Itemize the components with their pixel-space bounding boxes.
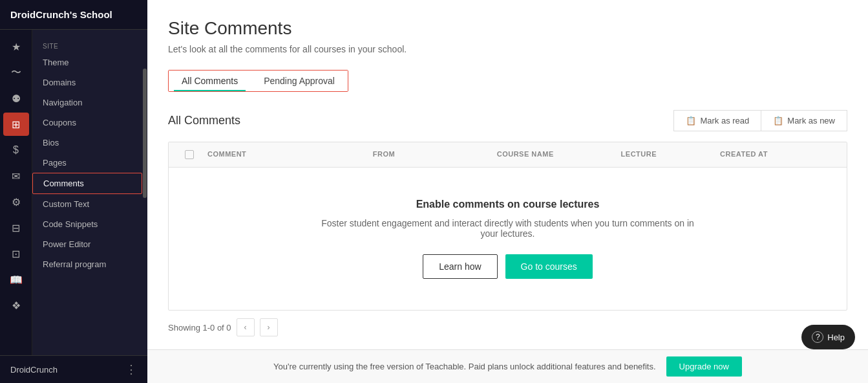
widget-icon[interactable]: ❖ (3, 294, 29, 317)
tab-all-comments[interactable]: All Comments (169, 71, 251, 91)
sidebar-item-theme[interactable]: Theme (32, 52, 142, 72)
empty-state-title: Enable comments on course lectures (416, 199, 600, 210)
sidebar-item-coupons[interactable]: Coupons (32, 113, 142, 133)
select-all-checkbox[interactable] (185, 150, 194, 159)
col-created-at: CREATED AT (715, 142, 839, 167)
star-icon[interactable]: ★ (3, 35, 29, 58)
sidebar-footer-label: DroidCrunch (10, 365, 58, 375)
empty-state-subtitle: Foster student engagement and interact d… (314, 218, 702, 239)
col-course-name: COURSE NAME (492, 142, 616, 167)
calendar-icon[interactable]: ⊡ (3, 242, 29, 265)
mark-as-read-button[interactable]: 📋 Mark as read (673, 110, 761, 131)
icon-rail: ★ 〜 ⚉ ⊞ $ ✉ ⚙ ⊟ ⊡ 📖 ❖ (0, 30, 32, 355)
empty-state: Enable comments on course lectures Foste… (169, 168, 847, 310)
mark-new-label: Mark as new (787, 116, 835, 126)
mail-icon[interactable]: ✉ (3, 164, 29, 188)
table-header: COMMENT FROM COURSE NAME LECTURE CREATED… (169, 142, 847, 168)
page-title: Site Comments (168, 18, 847, 39)
go-to-courses-button[interactable]: Go to courses (505, 254, 593, 279)
book-icon[interactable]: 📖 (3, 268, 29, 291)
page-body: Site Comments Let's look at all the comm… (147, 0, 868, 349)
mark-as-new-button[interactable]: 📋 Mark as new (761, 110, 847, 131)
tab-pending-approval[interactable]: Pending Approval (251, 71, 348, 91)
sidebar-item-pages[interactable]: Pages (32, 153, 142, 173)
banner-text: You're currently using the free version … (273, 362, 655, 371)
users-icon[interactable]: ⚉ (3, 87, 29, 110)
col-comment: COMMENT (202, 142, 368, 167)
scroll-track (142, 30, 147, 355)
sidebar-footer: DroidCrunch ⋮ (0, 355, 147, 383)
help-icon: ? (812, 331, 823, 343)
dollar-icon[interactable]: $ (3, 138, 29, 162)
mark-read-label: Mark as read (700, 116, 749, 126)
nav-list: SITE Theme Domains Navigation Coupons Bi… (32, 30, 142, 355)
page-subtitle: Let's look at all the comments for all c… (168, 44, 847, 54)
tabs-container: All Comments Pending Approval (168, 70, 348, 92)
section-title: All Comments (168, 114, 240, 127)
sidebar-header: DroidCrunch's School (0, 0, 147, 30)
gear-icon[interactable]: ⚙ (3, 190, 29, 213)
select-all-cell (176, 142, 202, 167)
sidebar-item-domains[interactable]: Domains (32, 72, 142, 93)
help-label: Help (827, 333, 845, 342)
layout-icon[interactable]: ⊞ (3, 113, 29, 136)
pagination-bar: Showing 1-0 of 0 ‹ › (168, 311, 847, 344)
sidebar-item-comments[interactable]: Comments (32, 173, 142, 194)
col-from: FROM (368, 142, 492, 167)
sidebar-item-referral[interactable]: Referral program (32, 254, 142, 274)
main-content: Site Comments Let's look at all the comm… (147, 0, 868, 383)
help-button[interactable]: ? Help (801, 325, 855, 349)
sidebar-item-bios[interactable]: Bios (32, 133, 142, 153)
sidebar-item-code-snippets[interactable]: Code Snippets (32, 214, 142, 234)
bottom-banner: You're currently using the free version … (147, 349, 868, 383)
chart-icon[interactable]: 〜 (3, 61, 29, 84)
upgrade-now-button[interactable]: Upgrade now (666, 356, 742, 377)
sidebar-item-navigation[interactable]: Navigation (32, 93, 142, 113)
empty-state-actions: Learn how Go to courses (423, 254, 593, 279)
library-icon[interactable]: ⊟ (3, 216, 29, 239)
col-lecture: LECTURE (616, 142, 715, 167)
sidebar: DroidCrunch's School ★ 〜 ⚉ ⊞ $ ✉ ⚙ ⊟ ⊡ 📖… (0, 0, 147, 383)
section-header: All Comments 📋 Mark as read 📋 Mark as ne… (168, 110, 847, 131)
sidebar-item-custom-text[interactable]: Custom Text (32, 194, 142, 214)
nav-section-label: SITE (32, 35, 142, 52)
prev-page-button[interactable]: ‹ (237, 318, 255, 336)
learn-how-button[interactable]: Learn how (423, 254, 497, 279)
pagination-showing: Showing 1-0 of 0 (168, 323, 231, 333)
section-actions: 📋 Mark as read 📋 Mark as new (673, 110, 847, 131)
mark-read-icon: 📋 (686, 116, 696, 126)
comments-table: COMMENT FROM COURSE NAME LECTURE CREATED… (168, 142, 847, 311)
sidebar-body: ★ 〜 ⚉ ⊞ $ ✉ ⚙ ⊟ ⊡ 📖 ❖ SITE Theme Domains… (0, 30, 147, 355)
more-options-icon[interactable]: ⋮ (125, 362, 137, 377)
scroll-thumb[interactable] (143, 69, 147, 198)
mark-new-icon: 📋 (773, 116, 783, 126)
next-page-button[interactable]: › (260, 318, 278, 336)
sidebar-item-power-editor[interactable]: Power Editor (32, 234, 142, 254)
